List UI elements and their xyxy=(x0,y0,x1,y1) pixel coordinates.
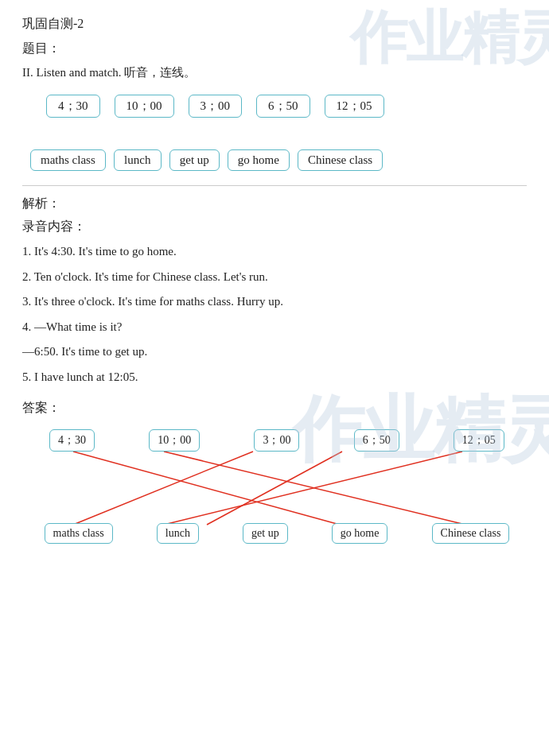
subject-label: 题目： xyxy=(22,41,527,57)
ans-time-1: 4；30 xyxy=(49,429,95,452)
ans-activity-2: lunch xyxy=(157,523,199,544)
time-box-2: 10；00 xyxy=(115,95,174,118)
recording-5: —6:50. It's time to get up. xyxy=(22,342,527,362)
time-box-5: 12；05 xyxy=(325,95,384,118)
time-row: 4；30 10；00 3；00 6；50 12；05 xyxy=(22,95,527,118)
time-box-1: 4；30 xyxy=(46,95,100,118)
ans-activity-1: maths class xyxy=(45,523,113,544)
activity-row: maths class lunch get up go home Chinese… xyxy=(22,149,527,171)
ans-time-5: 12；05 xyxy=(454,429,504,452)
recording-label: 录音内容： xyxy=(22,219,527,235)
answer-activity-row: maths class lunch get up go home Chinese… xyxy=(22,523,531,544)
activity-box-3: get up xyxy=(169,149,220,171)
ans-time-3: 3；00 xyxy=(254,429,299,452)
activity-box-2: lunch xyxy=(114,149,162,171)
time-box-3: 3；00 xyxy=(189,95,243,118)
recording-2: 2. Ten o'clock. It's time for Chinese cl… xyxy=(22,267,527,288)
page-title: 巩固自测-2 xyxy=(22,16,527,33)
instruction-text: II. Listen and match. 听音，连线。 xyxy=(22,65,527,80)
recording-6: 5. I have lunch at 12:05. xyxy=(22,367,527,388)
answer-label: 答案： xyxy=(22,400,527,417)
analysis-label: 解析： xyxy=(22,196,527,212)
ans-activity-5: Chinese class xyxy=(432,523,510,544)
activity-box-1: maths class xyxy=(30,149,106,171)
ans-activity-3: get up xyxy=(243,523,288,544)
recording-3: 3. It's three o'clock. It's time for mat… xyxy=(22,292,527,312)
ans-activity-4: go home xyxy=(332,523,388,544)
ans-time-4: 6；50 xyxy=(354,429,399,452)
activity-box-5: Chinese class xyxy=(298,149,383,171)
activity-box-4: go home xyxy=(228,149,290,171)
answer-diagram: 4；30 10；00 3；00 6；50 12；05 maths class l… xyxy=(22,423,531,550)
recording-4: 4. —What time is it? xyxy=(22,317,527,338)
time-box-4: 6；50 xyxy=(256,95,310,118)
ans-time-2: 10；00 xyxy=(149,429,200,452)
recording-1: 1. It's 4:30. It's time to go home. xyxy=(22,242,527,262)
recordings-list: 1. It's 4:30. It's time to go home. 2. T… xyxy=(22,242,527,387)
